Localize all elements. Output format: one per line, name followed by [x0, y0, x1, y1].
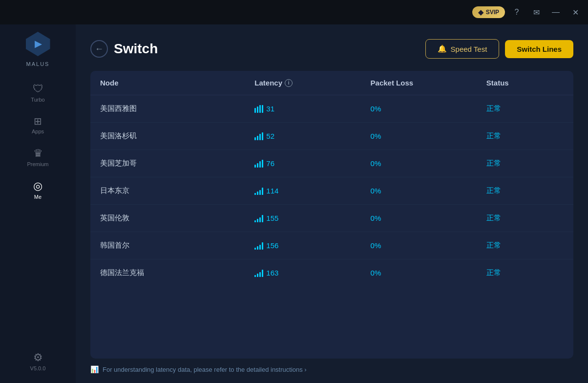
table-row[interactable]: 韩国首尔1560%正常: [90, 232, 573, 259]
cell-packet-loss: 0%: [371, 132, 486, 140]
cell-status: 正常: [486, 268, 564, 277]
page-title-group: ← Switch: [90, 40, 158, 58]
svip-badge[interactable]: ◆ SVIP: [472, 6, 505, 18]
latency-value: 76: [266, 159, 274, 168]
table-row[interactable]: 英国伦敦1550%正常: [90, 205, 573, 232]
table-body: 美国西雅图310%正常美国洛杉矶520%正常美国芝加哥760%正常日本东京114…: [90, 95, 573, 359]
bell-icon: 🔔: [438, 44, 447, 53]
col-packet-loss: Packet Loss: [371, 79, 486, 87]
cell-latency: 156: [254, 241, 370, 250]
footer-note-link[interactable]: For understanding latency data, please r…: [103, 366, 307, 373]
cell-node: 美国洛杉矶: [100, 131, 254, 141]
header-buttons: 🔔 Speed Test Switch Lines: [425, 39, 573, 59]
signal-bars-icon: [254, 160, 263, 168]
page-title: Switch: [114, 41, 158, 57]
footer-note: 📊 For understanding latency data, please…: [90, 359, 573, 373]
main-layout: ▶ MALUS 🛡 Turbo ⊞ Apps ♛ Premium ◎ Me ⚙ …: [0, 24, 588, 383]
apps-label: Apps: [32, 128, 44, 134]
table-row[interactable]: 美国洛杉矶520%正常: [90, 123, 573, 150]
latency-value: 114: [266, 187, 278, 195]
me-icon: ◎: [33, 181, 42, 192]
cell-node: 美国西雅图: [100, 104, 254, 113]
cell-status: 正常: [486, 104, 564, 113]
cell-status: 正常: [486, 241, 564, 250]
cell-latency: 31: [254, 105, 370, 113]
table-header: Node Latency i Packet Loss Status: [90, 71, 573, 95]
cell-status: 正常: [486, 213, 564, 223]
cell-node: 英国伦敦: [100, 213, 254, 223]
version-label: V5.0.0: [30, 365, 46, 371]
cell-status: 正常: [486, 159, 564, 168]
signal-bars-icon: [254, 132, 263, 140]
mail-button[interactable]: ✉: [528, 4, 544, 20]
cell-node: 日本东京: [100, 186, 254, 195]
cell-latency: 52: [254, 132, 370, 140]
cell-latency: 163: [254, 269, 370, 277]
apps-icon: ⊞: [34, 116, 42, 126]
premium-label: Premium: [27, 161, 48, 167]
me-label: Me: [34, 194, 42, 200]
sidebar: ▶ MALUS 🛡 Turbo ⊞ Apps ♛ Premium ◎ Me ⚙ …: [0, 24, 76, 383]
cell-latency: 76: [254, 159, 370, 168]
sidebar-item-apps[interactable]: ⊞ Apps: [0, 109, 76, 141]
cell-status: 正常: [486, 131, 564, 141]
table-row[interactable]: 德国法兰克福1630%正常: [90, 259, 573, 286]
latency-value: 52: [266, 132, 274, 140]
cell-packet-loss: 0%: [371, 105, 486, 113]
settings-icon: ⚙: [33, 352, 43, 363]
latency-value: 155: [266, 214, 278, 222]
premium-icon: ♛: [33, 148, 43, 159]
app-name: MALUS: [26, 61, 50, 67]
table-row[interactable]: 美国西雅图310%正常: [90, 95, 573, 123]
signal-bars-icon: [254, 187, 263, 195]
minimize-button[interactable]: —: [548, 4, 564, 20]
svip-label: SVIP: [486, 9, 499, 16]
sidebar-item-turbo[interactable]: 🛡 Turbo: [0, 77, 76, 109]
latency-value: 31: [266, 105, 274, 113]
table-row[interactable]: 日本东京1140%正常: [90, 177, 573, 205]
cell-packet-loss: 0%: [371, 159, 486, 168]
latency-info-icon[interactable]: i: [285, 79, 293, 87]
signal-bars-icon: [254, 242, 263, 250]
table-row[interactable]: 美国芝加哥760%正常: [90, 150, 573, 177]
latency-value: 163: [266, 269, 278, 277]
col-latency: Latency i: [254, 79, 370, 87]
cell-latency: 114: [254, 187, 370, 195]
cell-latency: 155: [254, 214, 370, 222]
latency-value: 156: [266, 241, 278, 250]
cell-packet-loss: 0%: [371, 269, 486, 277]
sidebar-item-premium[interactable]: ♛ Premium: [0, 141, 76, 174]
cell-status: 正常: [486, 186, 564, 195]
node-table: Node Latency i Packet Loss Status 美国西雅图3…: [90, 71, 573, 359]
content: ← Switch 🔔 Speed Test Switch Lines Node …: [76, 24, 588, 383]
switch-lines-button[interactable]: Switch Lines: [505, 40, 573, 58]
cell-packet-loss: 0%: [371, 241, 486, 250]
page-header: ← Switch 🔔 Speed Test Switch Lines: [90, 39, 573, 59]
speed-test-button[interactable]: 🔔 Speed Test: [425, 39, 500, 59]
col-node: Node: [100, 79, 254, 87]
turbo-icon: 🛡: [33, 84, 43, 94]
sidebar-item-me[interactable]: ◎ Me: [0, 174, 76, 207]
svip-diamond-icon: ◆: [478, 8, 483, 16]
cell-node: 德国法兰克福: [100, 268, 254, 277]
close-button[interactable]: ✕: [567, 4, 583, 20]
title-bar: ◆ SVIP ? ✉ — ✕: [0, 0, 588, 24]
footer-bar-icon: 📊: [90, 365, 99, 373]
turbo-label: Turbo: [31, 97, 44, 103]
speed-test-label: Speed Test: [451, 45, 487, 53]
cell-node: 韩国首尔: [100, 241, 254, 250]
logo: ▶: [23, 29, 53, 59]
cell-node: 美国芝加哥: [100, 159, 254, 168]
help-button[interactable]: ?: [509, 4, 525, 20]
cell-packet-loss: 0%: [371, 214, 486, 222]
signal-bars-icon: [254, 214, 263, 222]
sidebar-item-settings[interactable]: ⚙ V5.0.0: [0, 345, 76, 378]
back-button[interactable]: ←: [90, 40, 108, 58]
col-status: Status: [486, 79, 564, 87]
signal-bars-icon: [254, 105, 263, 113]
signal-bars-icon: [254, 269, 263, 277]
cell-packet-loss: 0%: [371, 187, 486, 195]
